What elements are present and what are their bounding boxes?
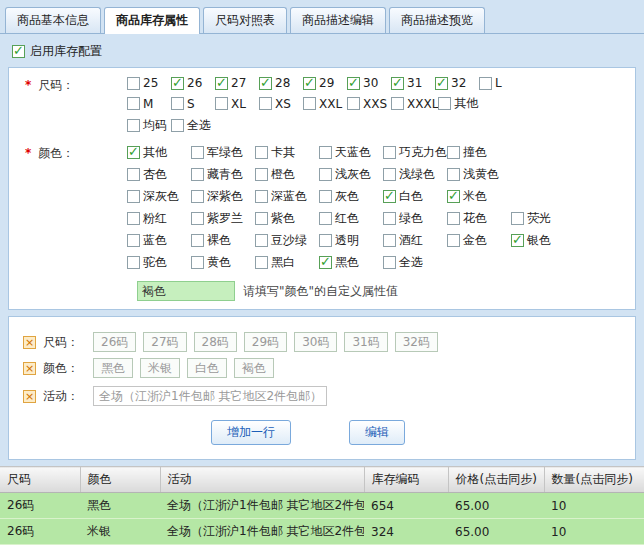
selected-tag-30码[interactable]: 30码 — [294, 332, 337, 352]
unchecked-checkbox-icon[interactable] — [319, 234, 332, 247]
checked-checkbox-icon[interactable] — [171, 77, 184, 90]
unchecked-checkbox-icon[interactable] — [438, 97, 451, 110]
unchecked-checkbox-icon[interactable] — [127, 256, 140, 269]
checkbox-option-白色[interactable]: 白色 — [383, 188, 447, 205]
checkbox-option-金色[interactable]: 金色 — [447, 232, 511, 249]
tab-商品基本信息[interactable]: 商品基本信息 — [5, 7, 101, 33]
checkbox-option-深灰色[interactable]: 深灰色 — [127, 188, 191, 205]
checkbox-option-S[interactable]: S — [171, 95, 215, 112]
unchecked-checkbox-icon[interactable] — [171, 97, 184, 110]
checkbox-option-深蓝色[interactable]: 深蓝色 — [255, 188, 319, 205]
unchecked-checkbox-icon[interactable] — [127, 190, 140, 203]
checkbox-option-32[interactable]: 32 — [435, 76, 479, 90]
unchecked-checkbox-icon[interactable] — [383, 212, 396, 225]
checkbox-option-卡其[interactable]: 卡其 — [255, 144, 319, 161]
tab-商品描述预览[interactable]: 商品描述预览 — [389, 7, 485, 33]
checkbox-option-浅绿色[interactable]: 浅绿色 — [383, 166, 447, 183]
unchecked-checkbox-icon[interactable] — [191, 146, 204, 159]
checkbox-option-其他[interactable]: 其他 — [127, 144, 191, 161]
unchecked-checkbox-icon[interactable] — [383, 256, 396, 269]
delete-activity-icon[interactable]: × — [23, 390, 36, 403]
checkbox-option-25[interactable]: 25 — [127, 76, 171, 90]
checkbox-option-XXS[interactable]: XXS — [347, 95, 391, 112]
checkbox-option-浅黄色[interactable]: 浅黄色 — [447, 166, 511, 183]
edit-button[interactable]: 编辑 — [349, 420, 405, 445]
selected-tag-31码[interactable]: 31码 — [344, 332, 387, 352]
checkbox-option-29[interactable]: 29 — [303, 76, 347, 90]
unchecked-checkbox-icon[interactable] — [319, 190, 332, 203]
checkbox-option-灰色[interactable]: 灰色 — [319, 188, 383, 205]
unchecked-checkbox-icon[interactable] — [127, 97, 140, 110]
unchecked-checkbox-icon[interactable] — [447, 234, 460, 247]
checked-checkbox-icon[interactable] — [319, 256, 332, 269]
selected-tag-黑色[interactable]: 黑色 — [93, 358, 133, 378]
unchecked-checkbox-icon[interactable] — [447, 146, 460, 159]
unchecked-checkbox-icon[interactable] — [255, 190, 268, 203]
checkbox-option-均码[interactable]: 均码 — [127, 117, 171, 134]
checkbox-option-蓝色[interactable]: 蓝色 — [127, 232, 191, 249]
checked-checkbox-icon[interactable] — [391, 77, 404, 90]
unchecked-checkbox-icon[interactable] — [171, 119, 184, 132]
unchecked-checkbox-icon[interactable] — [319, 146, 332, 159]
checkbox-option-26[interactable]: 26 — [171, 76, 215, 90]
checkbox-option-酒红[interactable]: 酒红 — [383, 232, 447, 249]
checkbox-option-XS[interactable]: XS — [259, 95, 303, 112]
activity-input[interactable] — [93, 386, 327, 406]
enable-inventory-checkbox[interactable] — [12, 45, 25, 58]
checkbox-option-紫色[interactable]: 紫色 — [255, 210, 319, 227]
unchecked-checkbox-icon[interactable] — [383, 234, 396, 247]
checkbox-option-XXL[interactable]: XXL — [303, 95, 347, 112]
checkbox-option-深紫色[interactable]: 深紫色 — [191, 188, 255, 205]
unchecked-checkbox-icon[interactable] — [259, 97, 272, 110]
checkbox-option-银色[interactable]: 银色 — [511, 232, 575, 249]
checkbox-option-杏色[interactable]: 杏色 — [127, 166, 191, 183]
checkbox-option-透明[interactable]: 透明 — [319, 232, 383, 249]
unchecked-checkbox-icon[interactable] — [191, 168, 204, 181]
selected-tag-27码[interactable]: 27码 — [143, 332, 186, 352]
custom-color-input[interactable] — [137, 281, 235, 301]
checkbox-option-浅灰色[interactable]: 浅灰色 — [319, 166, 383, 183]
checkbox-option-30[interactable]: 30 — [347, 76, 391, 90]
checked-checkbox-icon[interactable] — [303, 77, 316, 90]
checked-checkbox-icon[interactable] — [447, 190, 460, 203]
checked-checkbox-icon[interactable] — [435, 77, 448, 90]
checkbox-option-L[interactable]: L — [479, 76, 523, 90]
checkbox-option-红色[interactable]: 红色 — [319, 210, 383, 227]
checkbox-option-天蓝色[interactable]: 天蓝色 — [319, 144, 383, 161]
unchecked-checkbox-icon[interactable] — [127, 119, 140, 132]
checkbox-option-荧光[interactable]: 荧光 — [511, 210, 575, 227]
unchecked-checkbox-icon[interactable] — [255, 146, 268, 159]
checkbox-option-黑色[interactable]: 黑色 — [319, 254, 383, 271]
checkbox-option-花色[interactable]: 花色 — [447, 210, 511, 227]
checkbox-option-米色[interactable]: 米色 — [447, 188, 511, 205]
checkbox-option-其他[interactable]: 其他 — [438, 95, 482, 112]
unchecked-checkbox-icon[interactable] — [191, 212, 204, 225]
unchecked-checkbox-icon[interactable] — [303, 97, 316, 110]
selected-tag-28码[interactable]: 28码 — [194, 332, 237, 352]
checkbox-option-藏青色[interactable]: 藏青色 — [191, 166, 255, 183]
checkbox-option-粉红[interactable]: 粉红 — [127, 210, 191, 227]
delete-color-icon[interactable]: × — [23, 362, 36, 375]
cell-price[interactable]: 65.00 — [448, 519, 544, 545]
unchecked-checkbox-icon[interactable] — [391, 97, 404, 110]
unchecked-checkbox-icon[interactable] — [215, 97, 228, 110]
unchecked-checkbox-icon[interactable] — [255, 256, 268, 269]
checkbox-option-全选[interactable]: 全选 — [171, 117, 215, 134]
unchecked-checkbox-icon[interactable] — [255, 168, 268, 181]
cell-qty[interactable]: 10 — [544, 519, 644, 545]
selected-tag-32码[interactable]: 32码 — [395, 332, 438, 352]
unchecked-checkbox-icon[interactable] — [127, 168, 140, 181]
checked-checkbox-icon[interactable] — [383, 190, 396, 203]
checkbox-option-XXXL[interactable]: XXXL — [391, 95, 438, 112]
checked-checkbox-icon[interactable] — [215, 77, 228, 90]
checked-checkbox-icon[interactable] — [347, 77, 360, 90]
cell-price[interactable]: 65.00 — [448, 493, 544, 519]
unchecked-checkbox-icon[interactable] — [383, 168, 396, 181]
selected-tag-米银[interactable]: 米银 — [140, 358, 180, 378]
unchecked-checkbox-icon[interactable] — [319, 168, 332, 181]
tab-商品描述编辑[interactable]: 商品描述编辑 — [290, 7, 386, 33]
tab-商品库存属性[interactable]: 商品库存属性 — [104, 7, 200, 34]
unchecked-checkbox-icon[interactable] — [255, 212, 268, 225]
selected-tag-白色[interactable]: 白色 — [187, 358, 227, 378]
checkbox-option-撞色[interactable]: 撞色 — [447, 144, 511, 161]
